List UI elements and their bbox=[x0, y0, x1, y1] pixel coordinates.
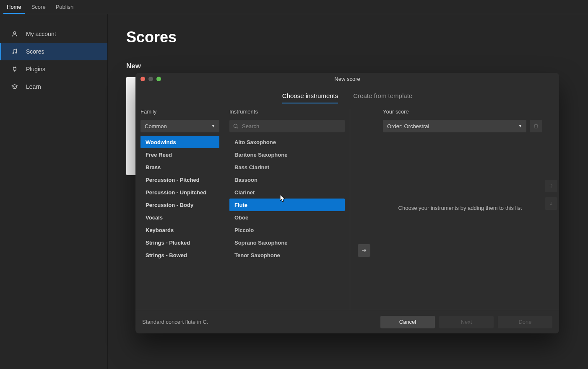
window-minimize-icon[interactable] bbox=[148, 77, 153, 81]
chevron-down-icon: ▼ bbox=[211, 124, 215, 128]
empty-score-hint: Choose your instruments by adding them t… bbox=[378, 205, 542, 211]
family-dropdown-value: Common bbox=[145, 123, 167, 129]
top-tab-bar: Home Score Publish bbox=[0, 0, 588, 14]
tab-score[interactable]: Score bbox=[26, 0, 51, 13]
done-button[interactable]: Done bbox=[498, 316, 552, 328]
family-item[interactable]: Strings - Bowed bbox=[140, 249, 219, 261]
instrument-description: Standard concert flute in C. bbox=[142, 319, 376, 325]
move-down-button[interactable] bbox=[545, 197, 557, 210]
family-item[interactable]: Keyboards bbox=[140, 224, 219, 236]
order-dropdown[interactable]: Order: Orchestral ▼ bbox=[383, 120, 526, 132]
window-close-icon[interactable] bbox=[140, 77, 145, 81]
svg-point-0 bbox=[13, 32, 16, 34]
family-item[interactable]: Percussion - Body bbox=[140, 199, 219, 211]
order-dropdown-value: Order: Orchestral bbox=[387, 123, 429, 129]
delete-instrument-button[interactable] bbox=[530, 120, 542, 132]
tab-choose-instruments[interactable]: Choose instruments bbox=[282, 89, 338, 103]
instrument-item[interactable]: Oboe bbox=[229, 211, 345, 224]
sidebar-item-learn[interactable]: Learn bbox=[0, 78, 107, 95]
search-icon bbox=[233, 123, 239, 129]
window-zoom-icon[interactable] bbox=[156, 77, 161, 81]
tab-create-template[interactable]: Create from template bbox=[353, 89, 412, 103]
your-score-panel: Your score Order: Orchestral ▼ Choose yo… bbox=[378, 108, 559, 310]
sidebar-item-label: My account bbox=[26, 31, 56, 37]
sidebar-item-label: Learn bbox=[26, 83, 41, 90]
instruments-panel: Instruments Alto Saxophone Baritone Saxo… bbox=[224, 108, 350, 310]
svg-point-1 bbox=[13, 53, 14, 54]
family-item[interactable]: Vocals bbox=[140, 211, 219, 224]
instrument-item[interactable]: Bass Clarinet bbox=[229, 161, 345, 173]
family-header: Family bbox=[140, 108, 219, 115]
instrument-list: Alto Saxophone Baritone Saxophone Bass C… bbox=[229, 136, 345, 310]
instrument-search[interactable] bbox=[229, 120, 345, 132]
family-item[interactable]: Percussion - Unpitched bbox=[140, 186, 219, 199]
modal-tab-bar: Choose instruments Create from template bbox=[135, 85, 559, 103]
add-instrument-button[interactable] bbox=[358, 244, 370, 257]
user-icon bbox=[11, 30, 18, 38]
modal-footer: Standard concert flute in C. Cancel Next… bbox=[135, 310, 559, 333]
instrument-item[interactable]: Piccolo bbox=[229, 224, 345, 236]
new-score-dialog: New score Choose instruments Create from… bbox=[135, 73, 559, 333]
instruments-header: Instruments bbox=[229, 108, 345, 115]
instrument-item[interactable]: Bassoon bbox=[229, 173, 345, 186]
family-list: Woodwinds Free Reed Brass Percussion - P… bbox=[140, 136, 219, 310]
learn-icon bbox=[11, 83, 18, 90]
instrument-item[interactable]: Flute bbox=[229, 199, 345, 211]
sidebar-item-plugins[interactable]: Plugins bbox=[0, 60, 107, 78]
svg-line-4 bbox=[237, 127, 238, 128]
family-item[interactable]: Strings - Plucked bbox=[140, 236, 219, 249]
instrument-item[interactable]: Alto Saxophone bbox=[229, 136, 345, 148]
family-panel: Family Common ▼ Woodwinds Free Reed Bras… bbox=[135, 108, 224, 310]
sidebar: My account Scores Plugins Learn bbox=[0, 14, 108, 369]
chevron-down-icon: ▼ bbox=[518, 124, 522, 128]
instrument-item[interactable]: Tenor Saxophone bbox=[229, 249, 345, 261]
sidebar-item-label: Plugins bbox=[26, 66, 45, 72]
modal-titlebar: New score bbox=[135, 73, 559, 85]
tab-publish[interactable]: Publish bbox=[51, 0, 79, 13]
sidebar-item-scores[interactable]: Scores bbox=[0, 43, 107, 60]
add-panel bbox=[350, 108, 378, 310]
your-score-header: Your score bbox=[383, 108, 542, 115]
family-item[interactable]: Percussion - Pitched bbox=[140, 173, 219, 186]
svg-point-2 bbox=[16, 52, 17, 53]
modal-title: New score bbox=[135, 76, 559, 82]
plugin-icon bbox=[11, 65, 18, 73]
family-item[interactable]: Free Reed bbox=[140, 148, 219, 161]
move-up-button[interactable] bbox=[545, 180, 557, 192]
sidebar-item-label: Scores bbox=[26, 48, 44, 55]
instrument-item[interactable]: Soprano Saxophone bbox=[229, 236, 345, 249]
instrument-search-input[interactable] bbox=[242, 123, 341, 129]
next-button[interactable]: Next bbox=[439, 316, 494, 328]
svg-point-3 bbox=[234, 124, 237, 127]
sidebar-item-account[interactable]: My account bbox=[0, 25, 107, 43]
cancel-button[interactable]: Cancel bbox=[380, 316, 435, 328]
instrument-item[interactable]: Clarinet bbox=[229, 186, 345, 199]
page-title: Scores bbox=[126, 28, 570, 46]
music-icon bbox=[11, 48, 18, 55]
family-item[interactable]: Woodwinds bbox=[140, 136, 219, 148]
instrument-item[interactable]: Baritone Saxophone bbox=[229, 148, 345, 161]
tab-home[interactable]: Home bbox=[2, 0, 26, 13]
section-new-label: New bbox=[126, 62, 570, 70]
family-dropdown[interactable]: Common ▼ bbox=[140, 120, 219, 132]
family-item[interactable]: Brass bbox=[140, 161, 219, 173]
